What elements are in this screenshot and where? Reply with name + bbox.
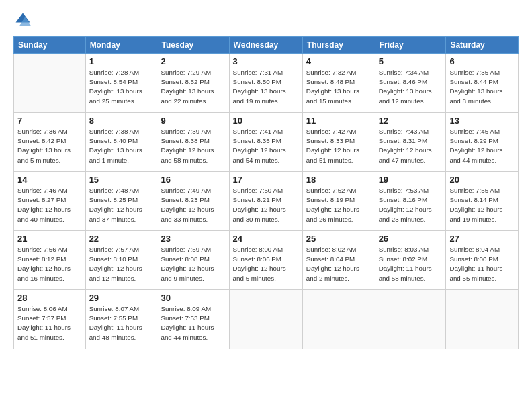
calendar-cell: 12Sunrise: 7:43 AM Sunset: 8:31 PM Dayli… [375,113,446,172]
calendar-cell: 20Sunrise: 7:55 AM Sunset: 8:14 PM Dayli… [446,172,519,231]
day-number: 3 [233,56,299,66]
calendar-cell: 2Sunrise: 7:29 AM Sunset: 8:52 PM Daylig… [157,54,229,113]
calendar-cell: 27Sunrise: 8:04 AM Sunset: 8:00 PM Dayli… [446,231,519,290]
day-number: 7 [17,116,82,126]
calendar-cell: 8Sunrise: 7:38 AM Sunset: 8:40 PM Daylig… [85,113,157,172]
calendar-cell [14,54,86,113]
calendar-table: SundayMondayTuesdayWednesdayThursdayFrid… [13,36,519,349]
day-info: Sunrise: 7:34 AM Sunset: 8:46 PM Dayligh… [379,68,443,106]
weekday-header-saturday: Saturday [446,37,519,54]
day-number: 6 [449,56,515,66]
calendar-cell: 3Sunrise: 7:31 AM Sunset: 8:50 PM Daylig… [229,54,302,113]
calendar-cell: 19Sunrise: 7:53 AM Sunset: 8:16 PM Dayli… [375,172,446,231]
day-info: Sunrise: 7:57 AM Sunset: 8:10 PM Dayligh… [89,245,154,283]
logo-icon [13,11,32,30]
day-info: Sunrise: 7:52 AM Sunset: 8:19 PM Dayligh… [306,186,371,224]
calendar-cell: 11Sunrise: 7:42 AM Sunset: 8:33 PM Dayli… [302,113,375,172]
day-number: 16 [161,175,225,185]
calendar-cell: 5Sunrise: 7:34 AM Sunset: 8:46 PM Daylig… [375,54,446,113]
page: SundayMondayTuesdayWednesdayThursdayFrid… [0,0,532,411]
calendar-cell: 23Sunrise: 7:59 AM Sunset: 8:08 PM Dayli… [157,231,229,290]
day-info: Sunrise: 8:06 AM Sunset: 7:57 PM Dayligh… [17,304,82,342]
calendar-cell: 7Sunrise: 7:36 AM Sunset: 8:42 PM Daylig… [14,113,86,172]
day-number: 4 [306,56,371,66]
day-info: Sunrise: 7:53 AM Sunset: 8:16 PM Dayligh… [379,186,443,224]
week-row-0: 1Sunrise: 7:28 AM Sunset: 8:54 PM Daylig… [14,54,519,113]
day-number: 11 [306,116,371,126]
day-info: Sunrise: 7:35 AM Sunset: 8:44 PM Dayligh… [449,68,515,106]
header [13,11,519,30]
day-number: 12 [379,116,443,126]
weekday-header-row: SundayMondayTuesdayWednesdayThursdayFrid… [14,37,519,54]
day-info: Sunrise: 7:56 AM Sunset: 8:12 PM Dayligh… [17,245,82,283]
day-number: 24 [233,234,299,244]
calendar-cell: 4Sunrise: 7:32 AM Sunset: 8:48 PM Daylig… [302,54,375,113]
day-number: 30 [161,293,225,303]
weekday-header-wednesday: Wednesday [229,37,302,54]
weekday-header-thursday: Thursday [302,37,375,54]
day-info: Sunrise: 7:39 AM Sunset: 8:38 PM Dayligh… [161,127,225,165]
day-number: 20 [449,175,515,185]
day-info: Sunrise: 8:04 AM Sunset: 8:00 PM Dayligh… [449,245,515,283]
calendar-cell: 16Sunrise: 7:49 AM Sunset: 8:23 PM Dayli… [157,172,229,231]
day-number: 8 [89,116,154,126]
day-number: 14 [17,175,82,185]
day-info: Sunrise: 7:29 AM Sunset: 8:52 PM Dayligh… [161,68,225,106]
day-number: 25 [306,234,371,244]
day-info: Sunrise: 8:09 AM Sunset: 7:53 PM Dayligh… [161,304,225,342]
day-number: 26 [379,234,443,244]
day-info: Sunrise: 8:00 AM Sunset: 8:06 PM Dayligh… [233,245,299,283]
day-info: Sunrise: 7:43 AM Sunset: 8:31 PM Dayligh… [379,127,443,165]
day-info: Sunrise: 8:02 AM Sunset: 8:04 PM Dayligh… [306,245,371,283]
day-number: 13 [449,116,515,126]
weekday-header-friday: Friday [375,37,446,54]
day-info: Sunrise: 7:46 AM Sunset: 8:27 PM Dayligh… [17,186,82,224]
calendar-cell: 18Sunrise: 7:52 AM Sunset: 8:19 PM Dayli… [302,172,375,231]
day-info: Sunrise: 7:49 AM Sunset: 8:23 PM Dayligh… [161,186,225,224]
week-row-4: 28Sunrise: 8:06 AM Sunset: 7:57 PM Dayli… [14,290,519,349]
day-number: 10 [233,116,299,126]
day-number: 27 [449,234,515,244]
day-number: 22 [89,234,154,244]
day-info: Sunrise: 8:03 AM Sunset: 8:02 PM Dayligh… [379,245,443,283]
calendar-cell: 14Sunrise: 7:46 AM Sunset: 8:27 PM Dayli… [14,172,86,231]
day-number: 17 [233,175,299,185]
weekday-header-monday: Monday [85,37,157,54]
day-info: Sunrise: 7:41 AM Sunset: 8:35 PM Dayligh… [233,127,299,165]
calendar-cell: 17Sunrise: 7:50 AM Sunset: 8:21 PM Dayli… [229,172,302,231]
calendar-cell [375,290,446,349]
week-row-2: 14Sunrise: 7:46 AM Sunset: 8:27 PM Dayli… [14,172,519,231]
day-number: 2 [161,56,225,66]
day-number: 1 [89,56,154,66]
weekday-header-tuesday: Tuesday [157,37,229,54]
weekday-header-sunday: Sunday [14,37,86,54]
day-number: 9 [161,116,225,126]
day-info: Sunrise: 7:55 AM Sunset: 8:14 PM Dayligh… [449,186,515,224]
calendar-cell: 24Sunrise: 8:00 AM Sunset: 8:06 PM Dayli… [229,231,302,290]
calendar-cell: 9Sunrise: 7:39 AM Sunset: 8:38 PM Daylig… [157,113,229,172]
calendar-cell: 21Sunrise: 7:56 AM Sunset: 8:12 PM Dayli… [14,231,86,290]
day-number: 18 [306,175,371,185]
day-info: Sunrise: 7:31 AM Sunset: 8:50 PM Dayligh… [233,68,299,106]
day-number: 23 [161,234,225,244]
day-info: Sunrise: 7:42 AM Sunset: 8:33 PM Dayligh… [306,127,371,165]
day-number: 29 [89,293,154,303]
day-info: Sunrise: 7:38 AM Sunset: 8:40 PM Dayligh… [89,127,154,165]
day-info: Sunrise: 7:32 AM Sunset: 8:48 PM Dayligh… [306,68,371,106]
calendar-cell: 28Sunrise: 8:06 AM Sunset: 7:57 PM Dayli… [14,290,86,349]
day-info: Sunrise: 7:59 AM Sunset: 8:08 PM Dayligh… [161,245,225,283]
calendar-cell: 1Sunrise: 7:28 AM Sunset: 8:54 PM Daylig… [85,54,157,113]
week-row-1: 7Sunrise: 7:36 AM Sunset: 8:42 PM Daylig… [14,113,519,172]
day-info: Sunrise: 7:28 AM Sunset: 8:54 PM Dayligh… [89,68,154,106]
day-info: Sunrise: 7:50 AM Sunset: 8:21 PM Dayligh… [233,186,299,224]
logo [13,11,35,30]
calendar-cell: 22Sunrise: 7:57 AM Sunset: 8:10 PM Dayli… [85,231,157,290]
calendar-cell [302,290,375,349]
calendar-cell: 26Sunrise: 8:03 AM Sunset: 8:02 PM Dayli… [375,231,446,290]
week-row-3: 21Sunrise: 7:56 AM Sunset: 8:12 PM Dayli… [14,231,519,290]
day-info: Sunrise: 7:45 AM Sunset: 8:29 PM Dayligh… [449,127,515,165]
calendar-cell [446,290,519,349]
calendar-cell [229,290,302,349]
calendar-cell: 29Sunrise: 8:07 AM Sunset: 7:55 PM Dayli… [85,290,157,349]
day-info: Sunrise: 7:36 AM Sunset: 8:42 PM Dayligh… [17,127,82,165]
